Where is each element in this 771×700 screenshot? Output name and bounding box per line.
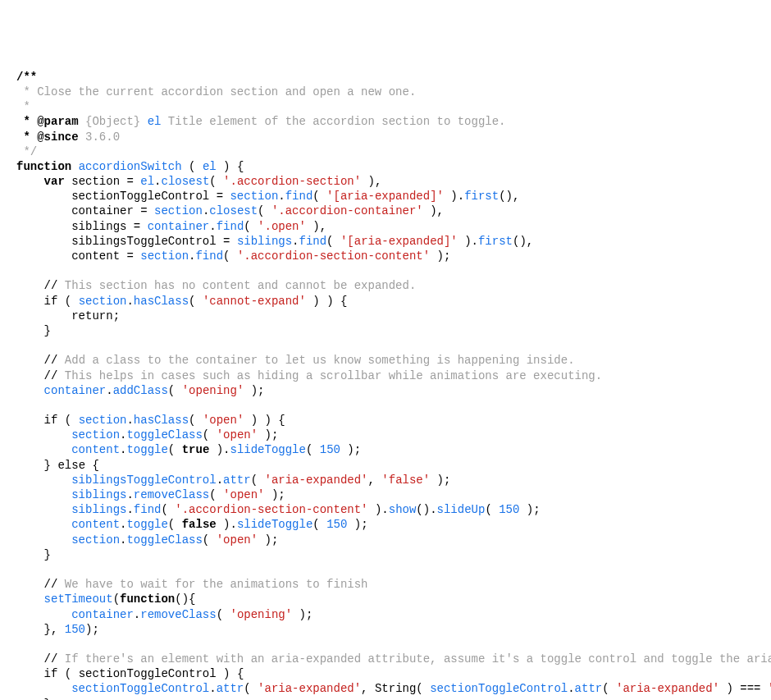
s-container: '.accordion-container': [271, 204, 423, 217]
id-siblings3: siblings: [71, 488, 126, 501]
m-slidetoggle2: slideToggle: [237, 518, 313, 531]
m-toggleclass2: toggleClass: [126, 533, 202, 547]
m-attr: attr: [223, 474, 251, 487]
s-asc: '.accordion-section-content': [237, 249, 430, 263]
m-removeclass: removeClass: [134, 488, 209, 501]
m-closest2: closest: [209, 204, 258, 217]
s-cannotexpand: 'cannot-expand': [203, 295, 306, 308]
m-slideup: slideUp: [437, 503, 486, 516]
id-siblings2: siblings: [237, 235, 292, 248]
id-sibtc2: siblingsToggleControl: [71, 474, 216, 487]
s-asc2: '.accordion-section-content': [175, 503, 367, 516]
m-find3: find: [299, 235, 327, 248]
s-accordion-section: '.accordion-section': [223, 175, 361, 188]
fn-param: el: [203, 160, 217, 173]
id-container4: container: [71, 608, 134, 621]
m-find: find: [285, 190, 313, 203]
s-opening: 'opening': [182, 384, 244, 397]
kw-function2: function: [120, 592, 175, 606]
m-toggle: toggle: [126, 443, 167, 456]
m-removeclass2: removeClass: [140, 608, 216, 621]
n-150d: 150: [65, 623, 85, 636]
id-content: content: [71, 249, 120, 263]
kw-if3: if: [44, 667, 58, 680]
doc-since-val: 3.6.0: [79, 130, 120, 144]
id-sibtc: siblingsToggleControl: [71, 235, 216, 248]
doc-blank: *: [16, 100, 30, 113]
m-attr3: attr: [575, 682, 603, 695]
kw-function: function: [16, 160, 71, 173]
kw-return: return;: [71, 309, 120, 323]
s-false2: 'false': [768, 682, 771, 695]
kw-if2: if: [44, 414, 58, 427]
doc-open: /**: [16, 71, 37, 84]
doc-param-type: {Object}: [79, 115, 148, 128]
id-container3: container: [44, 384, 107, 397]
id-section6: section: [79, 414, 127, 427]
brace-close-else: }: [44, 548, 51, 561]
id-section3: section: [154, 204, 203, 217]
doc-param-name: el: [148, 115, 162, 128]
n-150c: 150: [326, 518, 347, 531]
m-hasclass2: hasClass: [134, 414, 189, 427]
m-first2: first: [478, 235, 513, 248]
s-ariaexp5: 'aria-expanded': [616, 682, 719, 695]
comment5: If there's an element with an aria-expan…: [65, 652, 771, 666]
id-siblings4: siblings: [71, 503, 126, 516]
code-block: /** * Close the current accordion sectio…: [16, 70, 755, 700]
id-container: container: [71, 204, 134, 217]
s-ariaexp2: '[aria-expanded]': [340, 235, 458, 248]
m-addclass: addClass: [113, 384, 168, 397]
id-stc: sectionToggleControl: [71, 190, 209, 203]
s-ariaexp3: 'aria-expanded': [264, 474, 367, 487]
kw-settimeout: setTimeout: [44, 592, 113, 606]
id-section7: section: [71, 428, 120, 442]
m-closest: closest: [161, 175, 209, 188]
comment-slashes4: //: [44, 578, 65, 591]
doc-line1: * Close the current accordion section an…: [16, 85, 416, 98]
fn-name: accordionSwitch: [79, 160, 182, 173]
s-openclass3: 'open': [223, 488, 264, 501]
comment-slashes5: //: [44, 652, 65, 666]
n-150b: 150: [499, 503, 519, 516]
m-toggle2: toggle: [126, 518, 167, 531]
doc-close: */: [16, 145, 37, 158]
doc-param-tag: * @param: [16, 115, 79, 128]
comment-slashes2: //: [44, 354, 65, 367]
id-stc2: sectionToggleControl: [79, 667, 217, 680]
comment2: Add a class to the container to let us k…: [65, 354, 575, 367]
id-content3: content: [71, 518, 120, 531]
kw-false: false: [182, 518, 217, 531]
id-section5: section: [79, 295, 127, 308]
id-siblings: siblings: [71, 220, 126, 233]
s-false: 'false': [381, 474, 430, 487]
s-openclass4: 'open': [217, 533, 258, 547]
id-section: section: [71, 175, 120, 188]
s-ariaexp: '[aria-expanded]': [326, 190, 444, 203]
n-150: 150: [320, 443, 340, 456]
id-container2: container: [148, 220, 210, 233]
kw-true: true: [182, 443, 210, 456]
id-section4: section: [140, 249, 189, 263]
s-open: '.open': [258, 220, 306, 233]
doc-since-tag: * @since: [16, 130, 79, 144]
m-attr2: attr: [217, 682, 244, 695]
s-openclass2: 'open': [217, 428, 258, 442]
m-toggleclass: toggleClass: [126, 428, 202, 442]
id-content2: content: [71, 443, 120, 456]
m-first: first: [464, 190, 499, 203]
id-el: el: [140, 175, 154, 188]
s-ariaexp4: 'aria-expanded': [258, 682, 361, 695]
comment-slashes3: //: [44, 369, 65, 382]
comment4: We have to wait for the animations to fi…: [65, 578, 368, 591]
doc-param-desc: Title element of the accordion section t…: [161, 115, 505, 128]
m-show: show: [389, 503, 417, 516]
comment-slashes: //: [44, 279, 65, 292]
id-stc3: sectionToggleControl: [71, 682, 209, 695]
m-find4: find: [195, 249, 223, 263]
comment3: This helps in cases such as hiding a scr…: [65, 369, 602, 382]
s-openclass: 'open': [203, 414, 244, 427]
kw-if: if: [44, 295, 58, 308]
id-string: String: [375, 682, 416, 695]
id-stc4: sectionToggleControl: [430, 682, 568, 695]
